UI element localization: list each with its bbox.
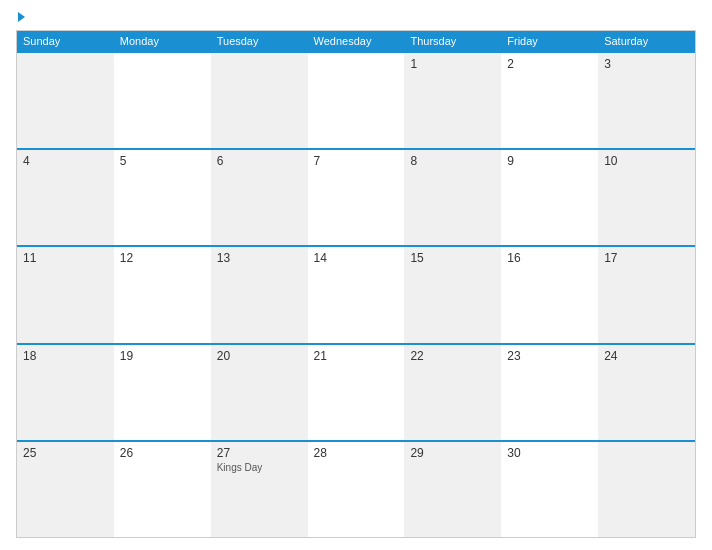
empty-cell <box>17 53 114 148</box>
day-number: 8 <box>410 154 495 168</box>
week-row-5: 252627Kings Day282930 <box>17 440 695 537</box>
day-number: 27 <box>217 446 302 460</box>
day-cell-5: 5 <box>114 150 211 245</box>
day-event: Kings Day <box>217 462 302 473</box>
day-header-friday: Friday <box>501 31 598 51</box>
day-number: 15 <box>410 251 495 265</box>
day-cell-28: 28 <box>308 442 405 537</box>
day-cell-4: 4 <box>17 150 114 245</box>
day-cell-29: 29 <box>404 442 501 537</box>
day-header-saturday: Saturday <box>598 31 695 51</box>
day-number: 12 <box>120 251 205 265</box>
day-cell-12: 12 <box>114 247 211 342</box>
day-number: 19 <box>120 349 205 363</box>
empty-cell <box>598 442 695 537</box>
day-number: 30 <box>507 446 592 460</box>
day-cell-11: 11 <box>17 247 114 342</box>
day-number: 29 <box>410 446 495 460</box>
empty-cell <box>114 53 211 148</box>
day-number: 6 <box>217 154 302 168</box>
day-cell-10: 10 <box>598 150 695 245</box>
day-number: 22 <box>410 349 495 363</box>
day-cell-16: 16 <box>501 247 598 342</box>
logo <box>16 12 25 22</box>
day-cell-30: 30 <box>501 442 598 537</box>
day-headers-row: SundayMondayTuesdayWednesdayThursdayFrid… <box>17 31 695 51</box>
day-cell-6: 6 <box>211 150 308 245</box>
weeks-container: 1234567891011121314151617181920212223242… <box>17 51 695 537</box>
day-cell-2: 2 <box>501 53 598 148</box>
day-number: 11 <box>23 251 108 265</box>
week-row-3: 11121314151617 <box>17 245 695 342</box>
day-number: 9 <box>507 154 592 168</box>
day-number: 28 <box>314 446 399 460</box>
day-number: 14 <box>314 251 399 265</box>
day-number: 13 <box>217 251 302 265</box>
week-row-1: 123 <box>17 51 695 148</box>
day-number: 20 <box>217 349 302 363</box>
day-cell-1: 1 <box>404 53 501 148</box>
day-header-tuesday: Tuesday <box>211 31 308 51</box>
calendar-page: SundayMondayTuesdayWednesdayThursdayFrid… <box>0 0 712 550</box>
day-cell-14: 14 <box>308 247 405 342</box>
day-cell-17: 17 <box>598 247 695 342</box>
day-number: 25 <box>23 446 108 460</box>
day-cell-26: 26 <box>114 442 211 537</box>
day-cell-15: 15 <box>404 247 501 342</box>
day-cell-21: 21 <box>308 345 405 440</box>
day-number: 26 <box>120 446 205 460</box>
day-number: 2 <box>507 57 592 71</box>
calendar-grid: SundayMondayTuesdayWednesdayThursdayFrid… <box>16 30 696 538</box>
day-cell-24: 24 <box>598 345 695 440</box>
week-row-4: 18192021222324 <box>17 343 695 440</box>
day-number: 23 <box>507 349 592 363</box>
day-cell-25: 25 <box>17 442 114 537</box>
empty-cell <box>308 53 405 148</box>
day-number: 3 <box>604 57 689 71</box>
day-cell-27: 27Kings Day <box>211 442 308 537</box>
day-cell-8: 8 <box>404 150 501 245</box>
day-number: 5 <box>120 154 205 168</box>
day-number: 10 <box>604 154 689 168</box>
day-cell-18: 18 <box>17 345 114 440</box>
day-cell-20: 20 <box>211 345 308 440</box>
day-number: 18 <box>23 349 108 363</box>
empty-cell <box>211 53 308 148</box>
day-number: 4 <box>23 154 108 168</box>
day-number: 7 <box>314 154 399 168</box>
day-number: 17 <box>604 251 689 265</box>
logo-triangle-icon <box>18 12 25 22</box>
day-cell-23: 23 <box>501 345 598 440</box>
day-cell-9: 9 <box>501 150 598 245</box>
day-number: 1 <box>410 57 495 71</box>
day-number: 21 <box>314 349 399 363</box>
day-header-thursday: Thursday <box>404 31 501 51</box>
day-cell-3: 3 <box>598 53 695 148</box>
logo-blue-text <box>16 12 25 22</box>
day-number: 16 <box>507 251 592 265</box>
day-header-sunday: Sunday <box>17 31 114 51</box>
day-number: 24 <box>604 349 689 363</box>
day-cell-19: 19 <box>114 345 211 440</box>
week-row-2: 45678910 <box>17 148 695 245</box>
day-cell-22: 22 <box>404 345 501 440</box>
day-header-monday: Monday <box>114 31 211 51</box>
day-header-wednesday: Wednesday <box>308 31 405 51</box>
header <box>16 12 696 22</box>
day-cell-13: 13 <box>211 247 308 342</box>
day-cell-7: 7 <box>308 150 405 245</box>
